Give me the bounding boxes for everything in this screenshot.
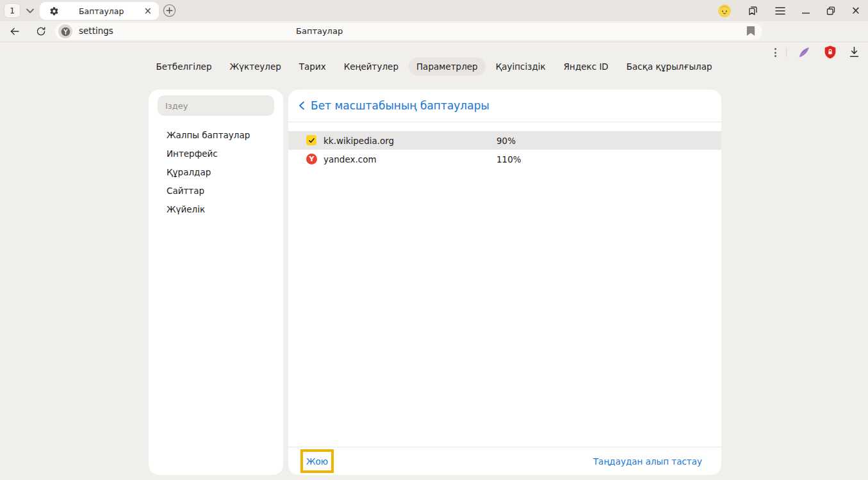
site-zoom-value: 110% (496, 154, 521, 164)
page-title: Бет масштабының баптаулары (311, 99, 489, 112)
tab-extensions[interactable]: Кеңейтулер (336, 58, 406, 76)
toolbar-divider (786, 48, 787, 57)
sidebar-item-general[interactable]: Жалпы баптаулар (167, 129, 250, 141)
site-name: kk.wikipedia.org (323, 136, 394, 146)
tab-close-icon[interactable]: × (143, 6, 152, 16)
address-bar[interactable]: settings Баптаулар (55, 23, 762, 40)
back-arrow-icon[interactable] (9, 26, 20, 37)
sidebar-item-tools[interactable]: Құралдар (167, 166, 250, 179)
gear-icon (49, 6, 59, 16)
delete-button-highlight: Жою (300, 449, 334, 473)
titlebar-right-controls: × (718, 0, 860, 21)
kebab-menu-icon[interactable] (771, 47, 780, 58)
sidebar-item-system[interactable]: Жүйелік (167, 203, 250, 216)
site-favicon: Y (306, 154, 317, 164)
avatar[interactable] (718, 4, 731, 17)
browser-toolbar: settings Баптаулар (0, 21, 868, 42)
url-text[interactable]: settings (79, 26, 113, 36)
panel-header[interactable]: Бет масштабының баптаулары (288, 90, 721, 122)
row-checkbox[interactable] (306, 135, 317, 146)
tab-security[interactable]: Қауіпсіздік (488, 58, 553, 76)
yandex-site-icon (58, 24, 72, 38)
window-restore-button[interactable] (826, 6, 835, 15)
checkbox-checked-icon (306, 135, 316, 145)
chevron-left-icon (297, 100, 306, 111)
page-zoom-settings-panel: Бет масштабының баптаулары kk.wikipedia.… (288, 90, 721, 475)
download-icon[interactable] (849, 46, 860, 58)
tab-history[interactable]: Тарих (291, 58, 334, 76)
yandex-favicon-icon: Y (306, 154, 317, 164)
tab-other-devices[interactable]: Басқа құрылғылар (619, 58, 720, 76)
new-tab-button[interactable] (163, 4, 176, 17)
collections-icon[interactable] (747, 4, 759, 17)
zoom-site-list: kk.wikipedia.org 90% Y yandex.com 110% (288, 131, 721, 168)
tab-title: Баптаулар (59, 6, 143, 16)
tab-downloads[interactable]: Жүктеулер (222, 58, 288, 76)
table-row[interactable]: Y yandex.com 110% (288, 150, 721, 168)
table-row[interactable]: kk.wikipedia.org 90% (288, 131, 721, 150)
sidebar-item-sites[interactable]: Сайттар (167, 184, 250, 197)
hamburger-menu-icon[interactable] (775, 6, 785, 15)
reload-icon[interactable] (35, 26, 47, 37)
tab-settings[interactable]: Параметрлер (409, 58, 486, 76)
deselect-all-link[interactable]: Таңдаудан алып тастау (593, 456, 702, 467)
window-minimize-button[interactable] (801, 6, 810, 15)
window-close-button[interactable]: × (851, 5, 860, 16)
sidebar-items: Жалпы баптаулар Интерфейс Құралдар Сайтт… (167, 129, 250, 216)
delete-button[interactable]: Жою (306, 456, 328, 467)
bookmark-flag-icon[interactable] (746, 26, 755, 36)
tab-bookmarks[interactable]: Бетбелгілер (148, 58, 219, 76)
tab-counter-badge[interactable]: 1 (4, 3, 20, 18)
tab-list-chevron-button[interactable] (23, 5, 37, 17)
tab-yandex-id[interactable]: Яндекс ID (556, 58, 616, 76)
site-name: yandex.com (323, 154, 377, 164)
settings-nav-tabs: Бетбелгілер Жүктеулер Тарих Кеңейтулер П… (0, 58, 868, 76)
settings-sidebar: Жалпы баптаулар Интерфейс Құралдар Сайтт… (149, 90, 283, 475)
tab-strip: 1 Баптаулар × (0, 0, 868, 21)
search-input[interactable] (158, 95, 274, 116)
sidebar-item-interface[interactable]: Интерфейс (167, 147, 250, 160)
panel-footer: Жою Таңдаудан алып тастау (288, 447, 721, 475)
browser-tab-settings[interactable]: Баптаулар × (40, 2, 159, 20)
chevron-down-icon (26, 8, 34, 13)
site-zoom-value: 90% (496, 136, 516, 146)
omnibox-page-title: Баптаулар (296, 26, 343, 36)
